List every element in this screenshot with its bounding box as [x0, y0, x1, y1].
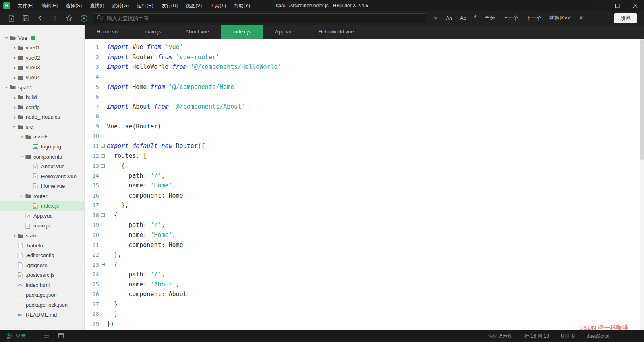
match-case-button[interactable]: Aa [446, 15, 452, 21]
menu-item[interactable]: 视图(V) [182, 2, 206, 9]
forward-button[interactable] [48, 12, 62, 24]
tree-item-node_modules[interactable]: › node_modules [0, 112, 84, 122]
code-line[interactable]: 14 path: '/', [85, 171, 644, 181]
code-line[interactable]: 5 import Home from '@/components/Home' [85, 82, 644, 92]
code-line[interactable]: 22 }, [85, 250, 644, 260]
maximize-button[interactable] [609, 0, 626, 11]
chevron-right-icon[interactable]: › [12, 104, 18, 110]
regex-button[interactable]: * [474, 16, 477, 21]
status-item[interactable]: 语法提示库 [488, 333, 512, 340]
code-line[interactable]: 7 import About from '@/components/About' [85, 101, 644, 111]
code-line[interactable]: 27 } [85, 299, 644, 309]
chevron-down-icon[interactable]: › [4, 84, 10, 91]
tree-item-main.js[interactable]: JS main.js [0, 221, 84, 231]
tab-HelloWorld.vue[interactable]: HelloWorld.vue [306, 25, 366, 39]
status-item[interactable]: UTF-8 [561, 333, 575, 339]
code-line[interactable]: 16 component: Home [85, 190, 644, 200]
code-line[interactable]: 29 }) [85, 319, 644, 329]
menu-item[interactable]: 运行(R) [133, 2, 157, 9]
tree-item-static[interactable]: › static [0, 231, 84, 241]
tree-item-spa01[interactable]: › spa01 [0, 82, 84, 93]
tab-main.js[interactable]: main.js [133, 25, 173, 39]
code-line[interactable]: 8 [85, 111, 644, 122]
tree-item-build[interactable]: › build [0, 92, 84, 102]
find-next-button[interactable]: 下一个 [526, 14, 541, 22]
chevron-right-icon[interactable]: › [12, 64, 18, 71]
tab-Home.vue[interactable]: Home.vue [85, 25, 133, 39]
whole-word-button[interactable]: Ab [460, 15, 466, 21]
code-editor[interactable]: 1 import Vue from 'vue' 2 import Router … [85, 39, 644, 330]
code-line[interactable]: 23 { [85, 260, 644, 270]
menu-item[interactable]: 文件(F) [14, 2, 37, 9]
code-line[interactable]: 20 name: 'Home', [85, 230, 644, 240]
menu-item[interactable]: 选择(S) [62, 2, 86, 9]
chevron-right-icon[interactable]: › [12, 114, 18, 120]
code-line[interactable]: 24 path: '/', [85, 270, 644, 280]
fold-marker-icon[interactable] [99, 154, 107, 158]
tree-item-config[interactable]: › config [0, 102, 84, 112]
tree-item-README.md[interactable]: M↓ README.md [0, 310, 84, 320]
tree-item-vue01[interactable]: › vue01 [0, 43, 84, 53]
tree-item-.postcssrc.js[interactable]: JS .postcssrc.js [0, 270, 84, 280]
code-line[interactable]: 15 name: 'Home', [85, 181, 644, 191]
run-button[interactable] [77, 12, 91, 24]
search-bar[interactable] [93, 13, 426, 23]
code-line[interactable]: 3 import HelloWorld from '@/components/H… [85, 62, 644, 72]
tree-item-.gitignore[interactable]: .gitignore [0, 260, 84, 270]
back-button[interactable] [33, 12, 48, 24]
minimize-button[interactable] [591, 0, 609, 11]
code-line[interactable]: 11 export default new Router({ [85, 141, 644, 151]
tree-item-index.html[interactable]: <> index.html [0, 280, 84, 290]
status-item[interactable]: JavaScript [587, 333, 609, 339]
fold-marker-icon[interactable] [99, 213, 107, 217]
code-line[interactable]: 21 component: Home [85, 240, 644, 250]
tree-item-router[interactable]: › router [0, 191, 84, 201]
search-input[interactable] [107, 15, 422, 21]
preview-button[interactable]: 预览 [614, 13, 637, 23]
code-line[interactable]: 9 Vue.use(Router) [85, 122, 644, 132]
chevron-down-icon[interactable]: › [19, 153, 25, 160]
tree-item-Home.vue[interactable]: V Home.vue [0, 181, 84, 191]
close-search-button[interactable] [579, 15, 584, 21]
console-panel-button[interactable] [58, 333, 64, 339]
chevron-right-icon[interactable]: › [12, 74, 18, 81]
code-line[interactable]: 18 { [85, 210, 644, 220]
code-line[interactable]: 4 [85, 72, 644, 82]
code-line[interactable]: 19 path: '/', [85, 220, 644, 230]
tree-item-App.vue[interactable]: V App.vue [0, 211, 84, 221]
tree-item-vue03[interactable]: › vue03 [0, 63, 84, 73]
code-line[interactable]: 1 import Vue from 'vue' [85, 42, 644, 52]
code-line[interactable]: 2 import Router from 'vue-router' [85, 52, 644, 62]
find-prev-button[interactable]: 上一个 [502, 14, 518, 22]
code-line[interactable]: 28 ] [85, 309, 644, 319]
code-line[interactable]: 17 }, [85, 200, 644, 210]
chevron-right-icon[interactable]: › [12, 94, 18, 101]
tree-item-src[interactable]: › src [0, 122, 84, 132]
status-item[interactable]: 行:16 列:13 [524, 333, 549, 340]
code-line[interactable]: 26 component: About [85, 289, 644, 299]
menu-item[interactable]: 工具(T) [206, 2, 230, 9]
code-line[interactable]: 13 { [85, 161, 644, 171]
chevron-down-icon[interactable]: › [12, 124, 18, 130]
tree-item-vue04[interactable]: › vue04 [0, 72, 84, 82]
code-line[interactable]: 25 name: 'About', [85, 280, 644, 290]
menu-item[interactable]: 发行(U) [157, 2, 182, 9]
tree-item-vue02[interactable]: › vue02 [0, 53, 84, 63]
tree-item-assets[interactable]: › assets [0, 132, 84, 142]
outline-list-button[interactable] [44, 333, 50, 339]
menu-item[interactable]: 编辑(E) [37, 2, 62, 9]
code-line[interactable]: 10 [85, 131, 644, 141]
replace-toggle-button[interactable]: 替换区<< [549, 14, 571, 22]
tab-index.js[interactable]: index.js [221, 25, 263, 39]
tab-App.vue[interactable]: App.vue [263, 25, 306, 39]
chevron-right-icon[interactable]: › [12, 54, 18, 61]
save-button[interactable] [19, 12, 33, 24]
tree-item-components[interactable]: › components [0, 152, 84, 162]
scrollbar-thumb[interactable] [640, 39, 644, 160]
new-file-button[interactable] [4, 12, 19, 24]
chevron-right-icon[interactable]: › [12, 233, 18, 239]
tree-item-package-lock.json[interactable]: [ ] package-lock.json [0, 300, 84, 310]
tree-item-package.json[interactable]: [ ] package.json [0, 290, 84, 300]
chevron-right-icon[interactable]: › [12, 45, 18, 51]
fold-marker-icon[interactable] [99, 263, 107, 266]
